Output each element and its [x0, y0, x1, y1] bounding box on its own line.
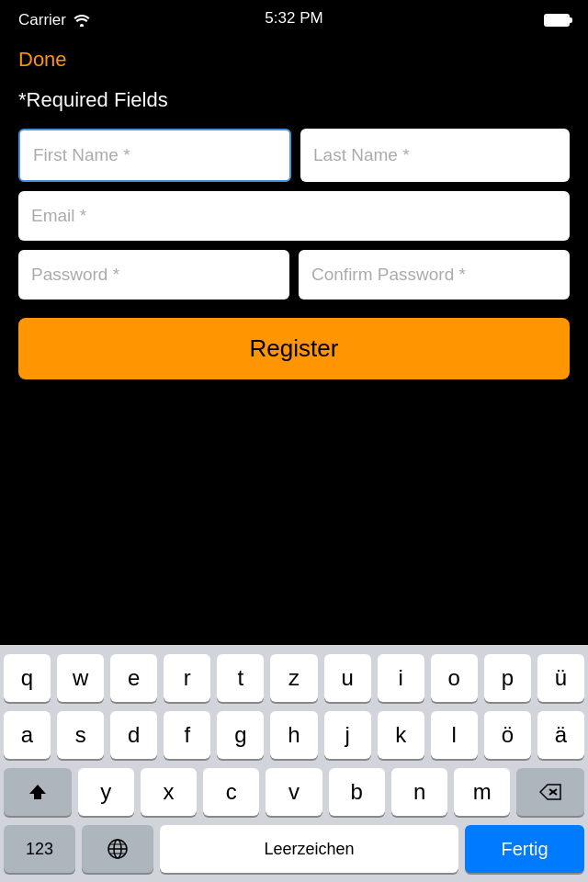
battery-area — [544, 14, 570, 27]
key-x[interactable]: x — [141, 768, 197, 816]
key-ü[interactable]: ü — [537, 654, 584, 702]
required-fields-label: *Required Fields — [18, 88, 570, 112]
key-p[interactable]: p — [484, 654, 531, 702]
key-a[interactable]: a — [4, 711, 51, 759]
keyboard-row-1: q w e r t z u i o p ü — [4, 654, 584, 702]
key-i[interactable]: i — [378, 654, 424, 702]
done-button[interactable]: Done — [0, 40, 85, 79]
shift-icon — [28, 782, 48, 802]
keyboard-row-4: 123 Leerzeichen Fertig — [4, 825, 584, 873]
num-label: 123 — [26, 840, 53, 859]
delete-key[interactable] — [516, 768, 584, 816]
num-key[interactable]: 123 — [4, 825, 75, 873]
key-u[interactable]: u — [324, 654, 371, 702]
key-f[interactable]: f — [164, 711, 210, 759]
wifi-icon — [74, 14, 90, 27]
key-l[interactable]: l — [431, 711, 478, 759]
fertig-key[interactable]: Fertig — [465, 825, 584, 873]
key-e[interactable]: e — [110, 654, 157, 702]
delete-icon — [539, 784, 561, 800]
key-z[interactable]: z — [270, 654, 317, 702]
key-v[interactable]: v — [266, 768, 322, 816]
key-b[interactable]: b — [329, 768, 385, 816]
last-name-input[interactable] — [300, 129, 570, 182]
globe-key[interactable] — [82, 825, 153, 873]
keyboard: q w e r t z u i o p ü a s d f g h j k l … — [0, 645, 588, 882]
key-w[interactable]: w — [57, 654, 104, 702]
battery-icon — [544, 14, 570, 27]
status-bar: Carrier 5:32 PM — [0, 0, 588, 40]
password-row — [18, 250, 570, 300]
fertig-label: Fertig — [501, 839, 548, 860]
carrier-info: Carrier — [18, 11, 90, 29]
battery-fill — [546, 16, 568, 25]
svg-point-0 — [80, 24, 84, 27]
key-y[interactable]: y — [78, 768, 134, 816]
key-r[interactable]: r — [164, 654, 210, 702]
carrier-label: Carrier — [18, 11, 66, 29]
first-name-input[interactable] — [18, 129, 291, 182]
time-display: 5:32 PM — [265, 9, 322, 28]
key-q[interactable]: q — [4, 654, 51, 702]
password-input[interactable] — [18, 250, 289, 300]
register-button[interactable]: Register — [18, 318, 570, 379]
form-area: *Required Fields Register — [0, 79, 588, 398]
key-k[interactable]: k — [378, 711, 424, 759]
key-m[interactable]: m — [454, 768, 510, 816]
keyboard-row-3: y x c v b n m — [4, 768, 584, 816]
key-h[interactable]: h — [270, 711, 317, 759]
email-row — [18, 191, 570, 241]
globe-icon — [107, 838, 129, 860]
shift-key[interactable] — [4, 768, 72, 816]
key-c[interactable]: c — [203, 768, 259, 816]
key-d[interactable]: d — [110, 711, 157, 759]
key-t[interactable]: t — [217, 654, 264, 702]
key-ä[interactable]: ä — [537, 711, 584, 759]
key-s[interactable]: s — [57, 711, 104, 759]
name-row — [18, 129, 570, 182]
key-o[interactable]: o — [431, 654, 478, 702]
key-j[interactable]: j — [324, 711, 371, 759]
email-input[interactable] — [18, 191, 570, 241]
key-n[interactable]: n — [391, 768, 447, 816]
key-ö[interactable]: ö — [484, 711, 531, 759]
space-label: Leerzeichen — [264, 840, 354, 859]
space-key[interactable]: Leerzeichen — [160, 825, 458, 873]
confirm-password-input[interactable] — [299, 250, 570, 300]
key-g[interactable]: g — [217, 711, 264, 759]
keyboard-row-2: a s d f g h j k l ö ä — [4, 711, 584, 759]
